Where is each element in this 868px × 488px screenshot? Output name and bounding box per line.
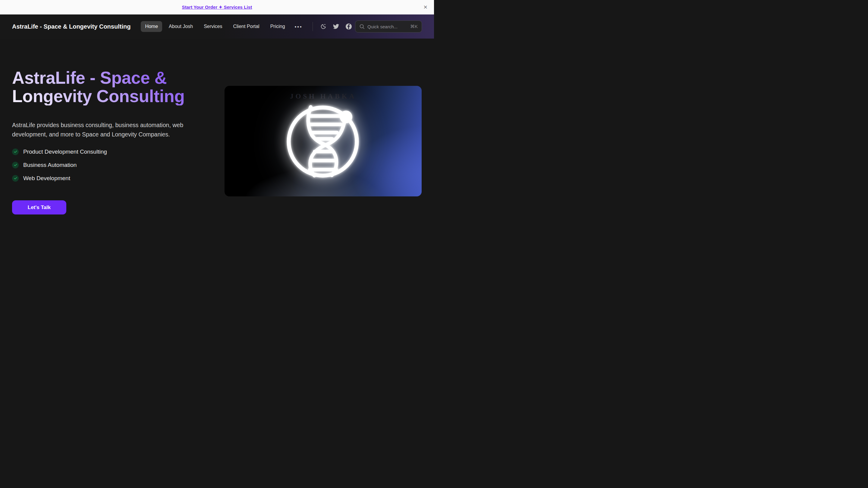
twitter-icon [333,23,339,30]
dark-mode-toggle[interactable] [320,23,327,30]
checklist-item: Business Automation [12,161,107,168]
announcement-banner: Start Your Order ✦ Services List × [0,0,434,14]
checklist-item-label: Product Development Consulting [23,149,107,155]
check-icon [12,162,19,168]
nav-menu: Home About Josh Services Client Portal P… [141,21,305,32]
moon-icon [320,23,327,30]
checklist-item-label: Business Automation [23,162,76,168]
lets-talk-button[interactable]: Let's Talk [12,200,66,215]
close-icon[interactable]: × [424,4,427,10]
nav-item-services[interactable]: Services [199,21,226,32]
order-services-link[interactable]: Start Your Order ✦ Services List [182,4,252,10]
nav-item-home[interactable]: Home [141,21,162,32]
search-box[interactable]: ⌘K [355,21,422,33]
checklist-item-label: Web Development [23,175,70,182]
search-input[interactable] [367,24,407,29]
hero-section: AstraLife - Space & Longevity Consulting… [0,38,434,244]
hero-description: AstraLife provides business consulting, … [12,121,193,139]
nav-icon-row [320,23,352,30]
site-logo[interactable]: AstraLife - Space & Longevity Consulting [12,23,130,30]
nav-item-pricing[interactable]: Pricing [266,21,289,32]
page-title: AstraLife - Space & Longevity Consulting [12,69,185,105]
facebook-link[interactable] [345,23,352,30]
facebook-icon [345,23,352,30]
page-title-line2: Longevity Consulting [12,87,185,106]
check-icon [12,175,19,182]
hero-checklist: Product Development Consulting Business … [12,148,107,182]
twitter-link[interactable] [333,23,339,30]
top-nav: AstraLife - Space & Longevity Consulting… [0,14,434,38]
search-shortcut: ⌘K [410,24,418,29]
nav-more-button[interactable]: ●●● [292,25,306,28]
nav-item-about-josh[interactable]: About Josh [164,21,197,32]
checklist-item: Product Development Consulting [12,148,107,155]
dna-logo-icon [281,98,365,185]
search-icon [359,24,365,29]
checklist-item: Web Development [12,175,107,182]
check-icon [12,149,19,155]
page-title-line1: AstraLife - Space & [12,68,167,87]
hero-media-card: JOSH HABKA [224,86,422,196]
nav-item-client-portal[interactable]: Client Portal [229,21,264,32]
